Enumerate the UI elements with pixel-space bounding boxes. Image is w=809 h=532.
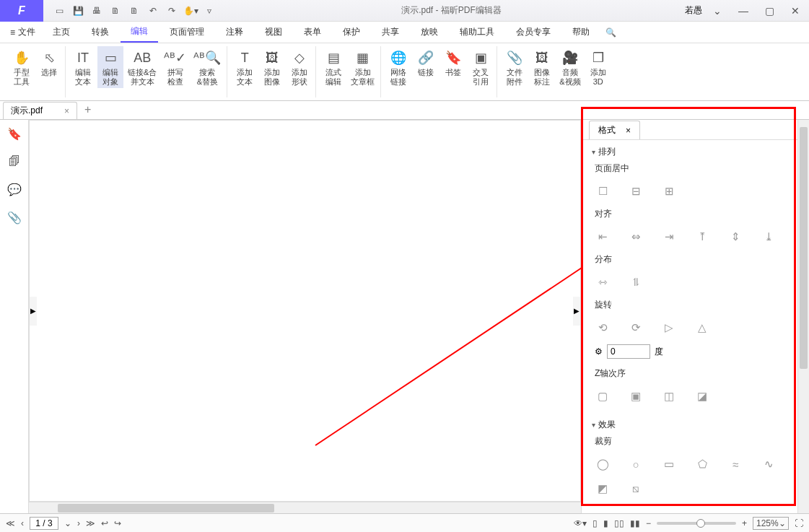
menu-home[interactable]: 主页 bbox=[43, 22, 80, 43]
crop-polygon-icon[interactable]: ⬠ bbox=[694, 456, 710, 472]
file-menu[interactable]: ≡ 文件 bbox=[4, 22, 41, 43]
collapse-right-icon[interactable]: ▶ bbox=[573, 297, 580, 326]
undo-icon[interactable]: ↶ bbox=[144, 2, 162, 19]
search-icon[interactable]: 🔍 bbox=[605, 27, 616, 38]
user-name[interactable]: 若愚 bbox=[685, 4, 702, 17]
crop-tool-icon[interactable]: ◩ bbox=[595, 481, 611, 497]
add-tab-button[interactable]: + bbox=[84, 103, 91, 119]
menu-page[interactable]: 页面管理 bbox=[159, 22, 214, 43]
link-merge-button[interactable]: AB链接&合 并文本 bbox=[125, 46, 159, 88]
attach-button[interactable]: 📎文件 附件 bbox=[502, 46, 528, 88]
last-page-icon[interactable]: ≫ bbox=[86, 518, 95, 528]
view-single-icon[interactable]: ▯ bbox=[592, 518, 598, 528]
send-back-icon[interactable]: ◪ bbox=[694, 388, 710, 404]
menu-annotate[interactable]: 注释 bbox=[216, 22, 253, 43]
menu-protect[interactable]: 保护 bbox=[333, 22, 370, 43]
menu-present[interactable]: 放映 bbox=[411, 22, 448, 43]
align-middle-icon[interactable]: ⇕ bbox=[727, 229, 743, 245]
align-left-icon[interactable]: ⇤ bbox=[595, 229, 611, 245]
document-tab[interactable]: 演示.pdf × bbox=[3, 102, 77, 119]
section-effect[interactable]: 效果 bbox=[592, 419, 787, 431]
center-v-icon[interactable]: ⊟ bbox=[628, 183, 644, 199]
collapse-left-icon[interactable]: ▶ bbox=[30, 297, 37, 326]
crop-remove-icon[interactable]: ⧅ bbox=[628, 481, 644, 497]
add-text-button[interactable]: T添加 文本 bbox=[232, 46, 258, 88]
page-dropdown-icon[interactable]: ⌄ bbox=[64, 518, 71, 528]
add-shape-button[interactable]: ◇添加 形状 bbox=[287, 46, 312, 88]
panel-tab-format[interactable]: 格式 × bbox=[589, 121, 640, 139]
add3d-button[interactable]: ❒添加 3D bbox=[585, 46, 611, 88]
crop-free-icon[interactable]: ∿ bbox=[761, 456, 777, 472]
menu-share[interactable]: 共享 bbox=[372, 22, 409, 43]
nav-back-icon[interactable]: ↩ bbox=[101, 518, 108, 528]
zoom-slider[interactable] bbox=[657, 522, 736, 525]
print-icon[interactable]: 🖶 bbox=[88, 2, 105, 19]
align-top-icon[interactable]: ⤒ bbox=[694, 229, 710, 245]
zoom-value-box[interactable]: 125%⌄ bbox=[753, 517, 789, 530]
close-tab-icon[interactable]: × bbox=[64, 106, 69, 116]
search-replace-button[interactable]: ᴬᴮ🔍搜索 &替换 bbox=[191, 46, 224, 88]
vscroll-thumb[interactable] bbox=[800, 127, 808, 369]
save-icon[interactable]: 💾 bbox=[69, 2, 87, 19]
first-page-icon[interactable]: ≪ bbox=[6, 518, 15, 528]
open-icon[interactable]: ▭ bbox=[51, 2, 68, 19]
bookmark-button[interactable]: 🔖书签 bbox=[440, 46, 466, 79]
doc1-icon[interactable]: 🗎 bbox=[107, 2, 124, 19]
attachments-panel-icon[interactable]: 📎 bbox=[7, 211, 22, 224]
select-tool-button[interactable]: ⬁选择 bbox=[36, 46, 62, 79]
crop-ellipse-icon[interactable]: ◯ bbox=[595, 456, 611, 472]
page-canvas[interactable]: ▶ ▶ bbox=[29, 120, 581, 502]
send-backward-icon[interactable]: ◫ bbox=[661, 388, 677, 404]
flip-h-icon[interactable]: ▷ bbox=[661, 320, 677, 336]
zoom-out-icon[interactable]: − bbox=[646, 518, 651, 528]
page-number-input[interactable] bbox=[30, 517, 58, 530]
rotate-right-icon[interactable]: ⟳ bbox=[628, 320, 644, 336]
menu-edit[interactable]: 编辑 bbox=[121, 22, 158, 43]
imgmark-button[interactable]: 🖼图像 标注 bbox=[529, 46, 555, 88]
edit-text-button[interactable]: ΙT编辑 文本 bbox=[70, 46, 96, 88]
comments-panel-icon[interactable]: 💬 bbox=[7, 183, 22, 196]
zoom-thumb[interactable] bbox=[696, 519, 705, 528]
close-button[interactable]: ✕ bbox=[784, 2, 806, 19]
user-dropdown-icon[interactable]: ⌄ bbox=[707, 2, 728, 19]
bring-forward-icon[interactable]: ▣ bbox=[628, 388, 644, 404]
menu-help[interactable]: 帮助 bbox=[562, 22, 600, 43]
nav-fwd-icon[interactable]: ↪ bbox=[114, 518, 121, 528]
menu-form[interactable]: 表单 bbox=[294, 22, 331, 43]
distribute-v-icon[interactable]: ⥮ bbox=[628, 274, 644, 290]
center-h-icon[interactable]: ☐ bbox=[595, 183, 611, 199]
align-bottom-icon[interactable]: ⤓ bbox=[761, 229, 777, 245]
crop-rect-icon[interactable]: ▭ bbox=[661, 456, 677, 472]
next-page-icon[interactable]: › bbox=[77, 518, 80, 528]
rotate-degree-input[interactable] bbox=[607, 344, 650, 359]
rotate-left-icon[interactable]: ⟲ bbox=[595, 320, 611, 336]
crop-cloud-icon[interactable]: ≈ bbox=[727, 456, 743, 472]
align-right-icon[interactable]: ⇥ bbox=[661, 229, 677, 245]
distribute-h-icon[interactable]: ⇿ bbox=[595, 274, 611, 290]
av-button[interactable]: 🎥音频 &视频 bbox=[556, 46, 583, 88]
flow-edit-button[interactable]: ▤流式 编辑 bbox=[320, 46, 346, 88]
qat-dropdown-icon[interactable]: ▿ bbox=[201, 2, 218, 19]
align-center-h-icon[interactable]: ⇔ bbox=[628, 229, 644, 245]
edit-object-button[interactable]: ▭编辑 对象 bbox=[97, 46, 123, 88]
center-both-icon[interactable]: ⊞ bbox=[661, 183, 677, 199]
weblink-button[interactable]: 🌐网络 链接 bbox=[385, 46, 411, 88]
vertical-scrollbar[interactable] bbox=[797, 120, 809, 513]
menu-member[interactable]: 会员专享 bbox=[506, 22, 561, 43]
menu-accessibility[interactable]: 辅助工具 bbox=[450, 22, 504, 43]
flip-v-icon[interactable]: △ bbox=[694, 320, 710, 336]
link-button[interactable]: 🔗链接 bbox=[413, 46, 439, 79]
prev-page-icon[interactable]: ‹ bbox=[21, 518, 24, 528]
horizontal-scrollbar[interactable] bbox=[29, 502, 581, 513]
spellcheck-button[interactable]: ᴬᴮ✓拼写 检查 bbox=[161, 46, 189, 88]
section-arrange[interactable]: 排列 bbox=[592, 146, 787, 158]
view-cont-icon[interactable]: ▮ bbox=[603, 518, 608, 528]
menu-view[interactable]: 视图 bbox=[255, 22, 292, 43]
zoom-in-icon[interactable]: + bbox=[742, 518, 747, 528]
add-article-button[interactable]: ▦添加 文章框 bbox=[348, 46, 377, 88]
fullscreen-icon[interactable]: ⛶ bbox=[795, 518, 803, 528]
menu-convert[interactable]: 转换 bbox=[82, 22, 119, 43]
redo-icon[interactable]: ↷ bbox=[163, 2, 180, 19]
bookmark-panel-icon[interactable]: 🔖 bbox=[7, 127, 22, 141]
hscroll-thumb[interactable] bbox=[58, 504, 274, 513]
